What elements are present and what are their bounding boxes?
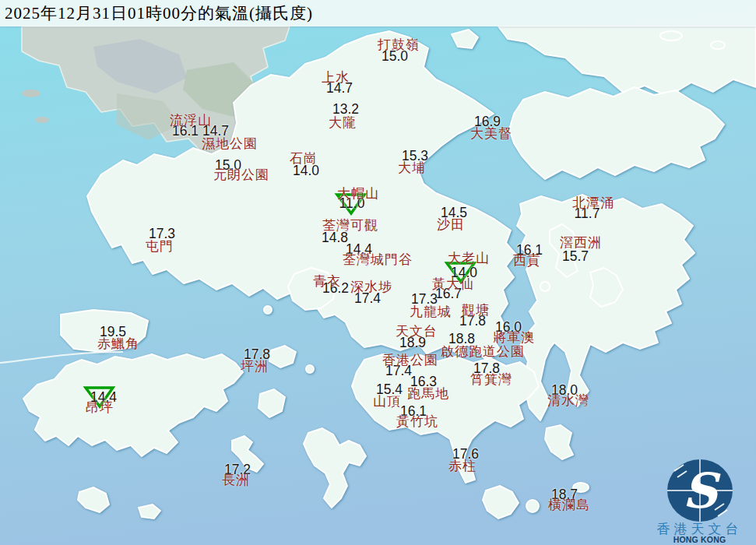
island-kau-yi-chau xyxy=(306,365,314,373)
hko-logo: S 香港天文台 HONG KONG OBSERVATORY xyxy=(643,448,756,545)
island-ma-wan xyxy=(264,306,272,314)
map-title: 2025年12月31日01時00分的氣溫(攝氏度) xyxy=(0,5,313,22)
islet-port-shelter xyxy=(540,282,550,291)
title-bar: 2025年12月31日01時00分的氣溫(攝氏度) xyxy=(0,0,756,26)
islet-sung-kong xyxy=(526,500,539,512)
logo-name-english: HONG KONG OBSERVATORY xyxy=(643,536,756,545)
island-waglan xyxy=(573,483,589,492)
logo-monogram: S xyxy=(683,462,722,519)
land-airport xyxy=(61,310,148,352)
logo-name-chinese: 香港天文台 xyxy=(643,522,756,536)
land-plover-cove xyxy=(509,87,724,179)
islet-mirs-bay-2 xyxy=(711,41,725,49)
islet-mirs-bay-1 xyxy=(660,31,682,40)
temperature-map: 15.0打鼓嶺14.7上水13.2大隴16.1流浮山14.7濕地公園15.0元朗… xyxy=(0,0,756,545)
